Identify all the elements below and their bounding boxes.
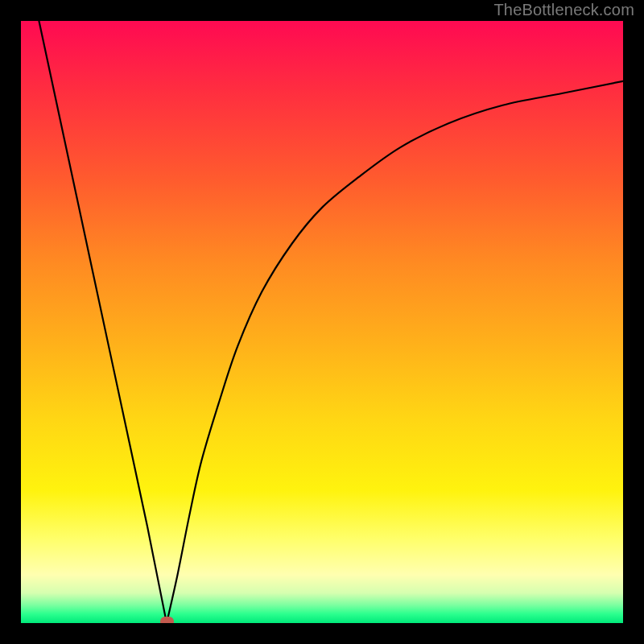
bottleneck-curve	[21, 21, 623, 623]
chart-container: TheBottleneck.com	[0, 0, 644, 644]
plot-area	[21, 21, 623, 623]
minimum-marker-icon	[160, 617, 174, 623]
curve-line	[39, 21, 623, 623]
attribution-text: TheBottleneck.com	[493, 1, 634, 19]
